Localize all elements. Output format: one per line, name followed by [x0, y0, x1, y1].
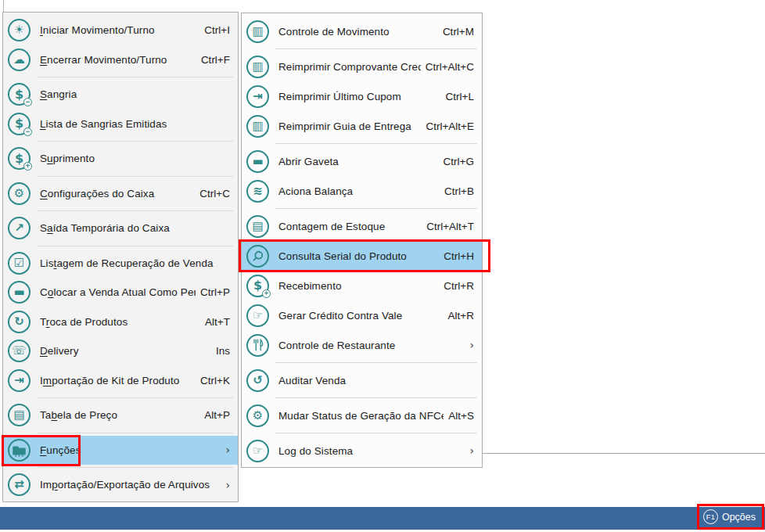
swap-arrows-icon: ↻: [8, 311, 31, 333]
menu-item-log-do-sistema[interactable]: ☞Log do Sistema›: [242, 436, 482, 466]
menu-separator: [37, 246, 233, 246]
menu-item-importacao-de-kit-de-produto[interactable]: ⇥Importação de Kit de ProdutoCtrl+K: [3, 366, 238, 396]
menu-item-troca-de-produtos[interactable]: ↻Troca de ProdutosAlt+T: [3, 307, 238, 337]
menu-separator: [37, 433, 233, 433]
menu-item-mudar-status-de-geracao-da-nfce[interactable]: ⚙Mudar Status de Geração da NFCeAlt+S: [242, 401, 482, 430]
board-icon: ▬: [8, 281, 31, 304]
menu-item-auditar-venda[interactable]: ↺Auditar Venda: [242, 365, 482, 395]
menu-separator: [37, 397, 233, 398]
menu-item-label: Colocar a Venda Atual Como Pendente: [40, 286, 196, 298]
menu-item-importacao-exportacao-de-arquivos[interactable]: ⇄Importação/Exportação de Arquivos›: [3, 470, 238, 500]
menu-item-saida-temporaria-do-caixa[interactable]: ↗Saída Temporária do Caixa: [3, 214, 238, 243]
gear-wrench-icon: ⚙: [8, 182, 31, 205]
menu-item-shortcut: Ctrl+I: [204, 24, 230, 36]
menu-item-label: Configurações do Caixa: [40, 188, 195, 200]
menu-item-shortcut: Ctrl+R: [444, 280, 474, 292]
menu-item-label: Auditar Venda: [278, 375, 474, 386]
chevron-right-icon: ›: [225, 479, 230, 491]
menu-separator: [275, 397, 477, 398]
restaurant-icon: [246, 334, 269, 357]
menu-item-tabela-de-preco[interactable]: ▤Tabela de PreçoAlt+P: [3, 401, 238, 430]
menu-item-label: Lista de Sangrias Emitidas: [40, 118, 230, 130]
hand-card-icon: ☞: [246, 304, 269, 327]
menu-item-shortcut: Ctrl+F: [201, 54, 230, 66]
options-button[interactable]: F1 Opções: [697, 504, 764, 530]
menu-item-label: Reimprimir Último Cupom: [278, 91, 441, 102]
menu-item-controle-de-movimento[interactable]: ▥Controle de MovimentoCtrl+M: [242, 16, 482, 46]
menu-item-shortcut: Ctrl+Alt+C: [426, 61, 474, 73]
menu-item-label: Controle de Movimento: [278, 26, 438, 38]
menu-item-funcoes[interactable]: Funções›: [3, 436, 238, 466]
options-button-label: Opções: [722, 512, 756, 523]
functions-submenu: ▥Controle de MovimentoCtrl+M▥Reimprimir …: [241, 13, 483, 468]
gear-wrench-icon: ⚙: [246, 404, 269, 427]
menu-item-shortcut: Alt+T: [205, 316, 230, 328]
scale-layers-icon: ≋: [246, 180, 269, 203]
menu-separator: [275, 433, 477, 433]
hand-phone-icon: ☏: [8, 340, 31, 362]
menu-item-label: Saída Temporária do Caixa: [40, 222, 230, 234]
functions-menu: ☀Iniciar Movimento/TurnoCtrl+I☁Encerrar …: [2, 12, 239, 502]
menu-item-label: Contagem de Estoque: [278, 221, 422, 232]
menu-item-suprimento[interactable]: $+Suprimento: [3, 144, 238, 174]
window-edge-line: [3, 0, 4, 12]
menu-item-label: Delivery: [40, 345, 211, 357]
menu-item-delivery[interactable]: ☏DeliveryIns: [3, 336, 238, 366]
menu-item-colocar-a-venda-atual-como-pendente[interactable]: ▬Colocar a Venda Atual Como PendenteCtrl…: [3, 278, 238, 307]
menu-separator: [37, 210, 233, 211]
menu-item-aciona-balanca[interactable]: ≋Aciona BalançaCtrl+B: [242, 176, 482, 206]
menu-item-shortcut: Ctrl+Alt+E: [426, 120, 474, 132]
menu-item-shortcut: Ctrl+H: [444, 250, 474, 262]
menu-item-iniciar-movimento-turno[interactable]: ☀Iniciar Movimento/TurnoCtrl+I: [3, 16, 238, 45]
menu-item-gerar-credito-contra-vale[interactable]: ☞Gerar Crédito Contra ValeAlt+R: [242, 300, 482, 330]
menu-item-listagem-de-recuperacao-de-venda[interactable]: ☑Listagem de Recuperação de Venda: [3, 249, 238, 279]
cloud-icon: ☁: [8, 49, 31, 71]
menu-item-abrir-gaveta[interactable]: ▬Abrir GavetaCtrl+G: [242, 146, 482, 176]
menu-item-shortcut: Alt+R: [448, 310, 474, 322]
menu-item-label: Log do Sistema: [278, 445, 465, 457]
chevron-right-icon: ›: [225, 444, 230, 456]
menu-item-lista-de-sangrias-emitidas[interactable]: $−Lista de Sangrias Emitidas: [3, 110, 238, 139]
cash-minus-icon: $−: [8, 83, 31, 106]
menu-item-configuracoes-do-caixa[interactable]: ⚙Configurações do CaixaCtrl+C: [3, 179, 238, 209]
clipboard-icon: ▤: [8, 404, 31, 426]
menu-item-label: Encerrar Movimento/Turno: [40, 54, 196, 66]
hand-card-icon: ☞: [246, 440, 269, 462]
menu-separator: [37, 467, 233, 468]
menu-item-label: Mudar Status de Geração da NFCe: [278, 410, 444, 422]
menu-item-label: Troca de Produtos: [40, 316, 200, 328]
transfer-arrows-icon: ⇄: [8, 473, 31, 496]
import-arrow-icon: ⇥: [8, 369, 31, 392]
menu-item-sangria[interactable]: $−Sangria: [3, 80, 238, 110]
menu-item-label: Iniciar Movimento/Turno: [40, 24, 199, 36]
menu-item-reimprimir-ultimo-cupom[interactable]: ⇥Reimprimir Último CupomCtrl+L: [242, 81, 482, 111]
menu-item-reimprimir-guia-de-entrega[interactable]: ▥Reimprimir Guia de EntregaCtrl+Alt+E: [242, 111, 482, 141]
menu-item-label: Tabela de Preço: [40, 409, 199, 421]
menu-separator: [37, 176, 233, 177]
cash-minus-badge-icon: −: [23, 98, 32, 106]
menu-item-consulta-serial-do-produto[interactable]: Consulta Serial do ProdutoCtrl+H: [242, 241, 482, 271]
menu-item-shortcut: Alt+S: [448, 410, 474, 422]
menu-item-shortcut: Ins: [216, 345, 230, 357]
menu-item-label: Gerar Crédito Contra Vale: [278, 310, 444, 322]
menu-item-contagem-de-estoque[interactable]: ▤Contagem de EstoqueCtrl+Alt+T: [242, 211, 482, 241]
magnifier-icon: [246, 245, 269, 268]
menu-item-label: Listagem de Recuperação de Venda: [40, 257, 230, 269]
menu-item-label: Suprimento: [40, 153, 230, 164]
menu-item-encerrar-movimento-turno[interactable]: ☁Encerrar Movimento/TurnoCtrl+F: [3, 45, 238, 75]
menu-item-label: Controle de Restaurante: [278, 340, 465, 351]
menu-separator: [275, 49, 477, 49]
status-bar: F1 Opções: [0, 507, 765, 530]
drawer-icon: ▬: [246, 150, 269, 173]
menu-separator: [275, 362, 477, 363]
menu-item-shortcut: Alt+P: [204, 409, 230, 421]
menu-item-label: Reimprimir Guia de Entrega: [278, 120, 421, 132]
menu-item-shortcut: Ctrl+C: [199, 188, 230, 200]
menu-item-shortcut: Ctrl+G: [444, 156, 474, 167]
menu-item-reimprimir-comprovante-crediario[interactable]: ▥Reimprimir Comprovante CrediárioCtrl+Al…: [242, 52, 482, 81]
cash-minus-icon: $−: [8, 113, 31, 135]
menu-item-controle-de-restaurante[interactable]: Controle de Restaurante›: [242, 330, 482, 360]
import-arrow-icon: ⇥: [246, 85, 269, 108]
menu-item-recebimento[interactable]: $+RecebimentoCtrl+R: [242, 271, 482, 300]
cash-plus-badge-icon: +: [262, 289, 271, 298]
